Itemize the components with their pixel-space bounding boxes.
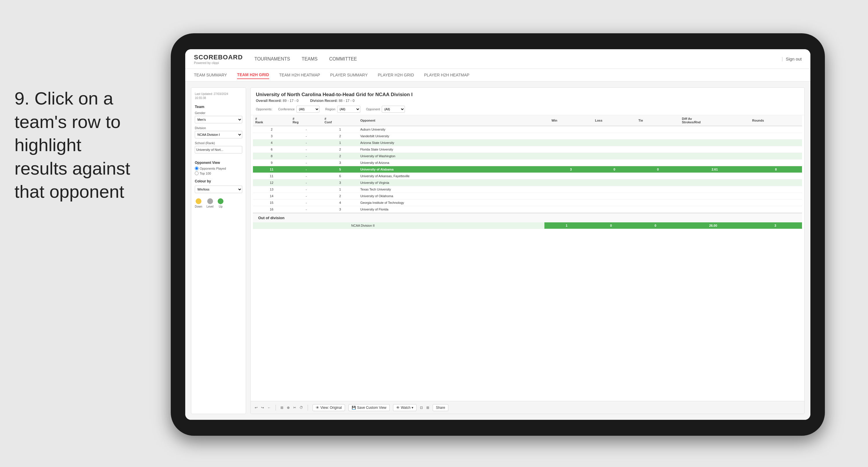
sign-out-link[interactable]: Sign out [786,56,802,61]
grid-records: Overall Record: 89 - 17 - 0 Division Rec… [256,99,799,103]
table-cell: - [290,133,322,140]
redo-button[interactable]: ↪ [261,406,264,410]
view-original-button[interactable]: 👁 View: Original [313,404,345,411]
nav-divider: | [782,56,783,62]
save-icon: 💾 [352,406,356,410]
table-row[interactable]: 9-3University of Arizona [253,159,802,166]
table-cell: - [290,153,322,159]
table-cell [750,206,802,213]
tab-player-h2h-heatmap[interactable]: PLAYER H2H HEATMAP [424,71,469,79]
school-label: School (Rank) [195,141,242,145]
division-select[interactable]: NCAA Division I [195,131,242,138]
toolbar-icon-2[interactable]: ⊕ [287,406,290,410]
table-cell [680,200,750,206]
table-cell [549,140,592,146]
col-header-opponent: Opponent [358,115,549,126]
filter-opponent: Opponent (All) [366,106,405,113]
table-cell [636,126,680,133]
region-filter-select[interactable]: (All) [337,106,360,113]
table-cell [680,153,750,159]
toolbar-divider-1 [276,405,276,411]
back-button[interactable]: ← [268,406,271,410]
undo-button[interactable]: ↩ [255,406,257,410]
table-cell [549,179,592,186]
legend-label-down: Down [195,205,202,208]
nav-teams[interactable]: TEAMS [302,55,317,63]
table-row[interactable]: 16-3University of Florida [253,206,802,213]
tab-team-h2h-grid[interactable]: TEAM H2H GRID [237,71,269,79]
table-row[interactable]: 11-6University of Arkansas, Fayetteville [253,173,802,179]
conference-filter-select[interactable]: (All) [297,106,319,113]
table-cell: 2 [322,146,358,153]
table-row[interactable]: 2-1Auburn University [253,126,802,133]
top-nav: SCOREBOARD Powered by clippi TOURNAMENTS… [185,49,810,69]
table-cell: 2 [322,133,358,140]
table-row[interactable]: 15-4Georgia Institute of Technology [253,200,802,206]
table-cell: 2 [253,126,290,133]
table-cell [750,146,802,153]
table-row[interactable]: 3-2Vanderbilt University [253,133,802,140]
table-row[interactable]: 14-2University of Oklahoma [253,193,802,200]
radio-top100: Top 100 [195,171,242,175]
tablet-frame: SCOREBOARD Powered by clippi TOURNAMENTS… [171,33,825,436]
table-cell [636,133,680,140]
table-row[interactable]: 6-2Florida State University [253,146,802,153]
nav-items: TOURNAMENTS TEAMS COMMITTEE [254,55,782,63]
table-cell [636,179,680,186]
table-cell [549,173,592,179]
save-custom-button[interactable]: 💾 Save Custom View [348,404,390,411]
school-input[interactable] [195,146,242,153]
radio-opponents-played: Opponents Played [195,167,242,170]
tab-team-h2h-heatmap[interactable]: TEAM H2H HEATMAP [279,71,320,79]
table-cell [593,159,636,166]
table-row[interactable]: 13-1Texas Tech University [253,186,802,193]
table-cell: - [290,206,322,213]
toolbar-icon-3[interactable]: ✂ [293,406,296,410]
nav-committee[interactable]: COMMITTEE [329,55,357,63]
table-cell: 1 [322,140,358,146]
toolbar-icon-table[interactable]: ⊞ [426,406,429,410]
table-cell [593,200,636,206]
table-cell: 3 [322,159,358,166]
instruction-text: 9. Click on a team's row to highlight re… [14,87,136,204]
table-cell: 14 [253,193,290,200]
out-of-division-row[interactable]: NCAA Division II 1 0 0 26.00 3 [253,222,802,229]
table-row[interactable]: 11-5University of Alabama3002.618 [253,166,802,173]
filter-opponents: Opponents: [256,108,272,111]
table-cell [636,200,680,206]
opponent-filter-select[interactable]: (All) [382,106,405,113]
legend-row: Down Level Up [195,198,242,208]
table-cell: University of Arkansas, Fayetteville [358,173,549,179]
toolbar-icon-1[interactable]: ⊞ [280,406,283,410]
table-cell [593,206,636,213]
tab-player-summary[interactable]: PLAYER SUMMARY [330,71,368,79]
watch-button[interactable]: 👁 Watch ▾ [393,404,416,411]
colour-by-select[interactable]: Win/loss [195,185,242,193]
table-cell: 4 [322,200,358,206]
nav-tournaments[interactable]: TOURNAMENTS [254,55,290,63]
tab-team-summary[interactable]: TEAM SUMMARY [194,71,227,79]
col-header-win: Win [549,115,592,126]
col-header-reg: #Reg [290,115,322,126]
table-cell [549,126,592,133]
out-div-reg [285,222,317,229]
table-cell: 8 [253,153,290,159]
logo-sub: Powered by clippi [194,61,243,64]
out-of-division-table: NCAA Division II 1 0 0 26.00 3 [253,222,802,229]
table-cell: - [290,173,322,179]
out-div-conf [317,222,349,229]
logo-area: SCOREBOARD Powered by clippi [194,54,243,64]
out-div-label: NCAA Division II [349,222,545,229]
share-button[interactable]: Share [433,404,448,411]
toolbar-icon-screen[interactable]: ⊡ [420,406,423,410]
gender-select[interactable]: Men's [195,116,242,123]
tab-player-h2h-grid[interactable]: PLAYER H2H GRID [378,71,414,79]
table-row[interactable]: 4-1Arizona State University [253,140,802,146]
toolbar-icon-4[interactable]: ⏱ [300,406,303,410]
table-cell [549,193,592,200]
table-cell: - [290,200,322,206]
table-cell: 13 [253,186,290,193]
table-row[interactable]: 12-3University of Virginia [253,179,802,186]
table-row[interactable]: 8-2University of Washington [253,153,802,159]
division-label: Division [195,126,242,130]
